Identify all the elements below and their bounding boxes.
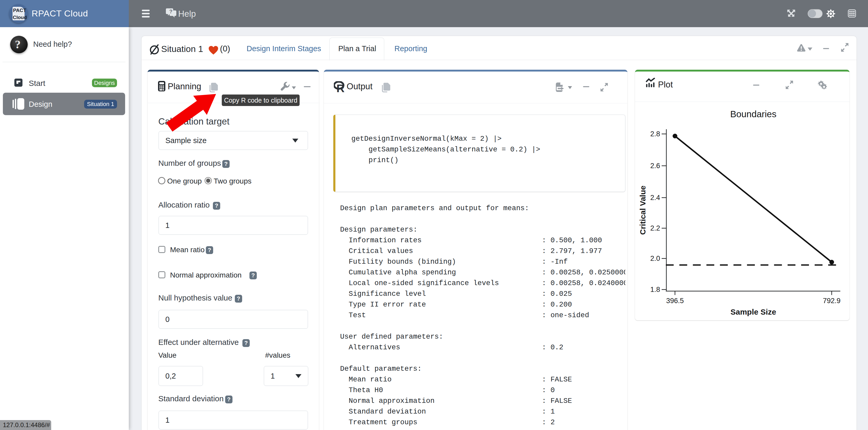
svg-text:2.8: 2.8 <box>650 130 660 138</box>
svg-text:2.0: 2.0 <box>650 255 660 262</box>
svg-text:2.6: 2.6 <box>650 162 660 170</box>
svg-text:?: ? <box>169 9 173 14</box>
svg-text:2.2: 2.2 <box>650 224 660 232</box>
svg-text:2.4: 2.4 <box>650 194 660 202</box>
svg-text:Critical Value: Critical Value <box>639 186 647 235</box>
svg-text:Boundaries: Boundaries <box>730 109 776 119</box>
svg-text:1.8: 1.8 <box>650 286 660 293</box>
svg-text:396.5: 396.5 <box>666 297 684 305</box>
svg-text:792.9: 792.9 <box>823 297 841 305</box>
svg-text:Sample Size: Sample Size <box>730 307 776 316</box>
svg-text:R: R <box>336 82 344 92</box>
